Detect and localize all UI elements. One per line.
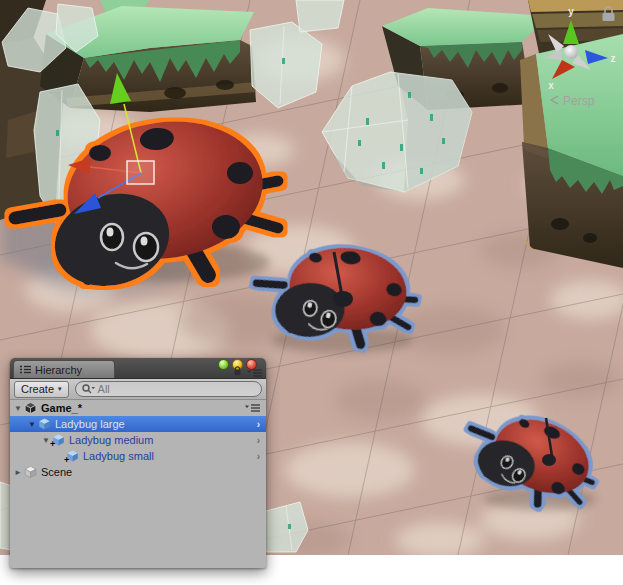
row-label: Ladybug small [83,450,154,462]
row-label: Scene [41,466,72,478]
gizmo-center-square[interactable] [127,161,154,184]
prefab-added-cube-icon: + [66,450,79,462]
tree-row-ladybug-small[interactable]: + Ladybug small › [10,448,266,464]
tab-hierarchy[interactable]: Hierarchy [13,360,115,378]
projection-label[interactable]: Persp [563,94,595,108]
tree-row-game[interactable]: ▼ Game_* [10,400,266,416]
panel-menu-icon[interactable] [247,367,262,379]
prefab-added-cube-icon: + [52,434,65,446]
gizmo-z-label: z [611,53,616,64]
show-children-chevron-icon[interactable]: › [257,451,260,462]
unity-scene-icon [24,402,37,414]
window-button-green[interactable] [218,359,229,370]
show-children-chevron-icon[interactable]: › [257,419,260,430]
prefab-cube-icon [38,418,51,430]
plus-badge-icon: + [64,456,69,465]
row-label: Ladybug large [55,418,125,430]
search-filter-label: All [98,383,110,395]
panel-lock-icon[interactable] [233,366,242,378]
scene-options-icon[interactable] [245,404,260,412]
create-button[interactable]: Create ▾ [14,381,69,398]
row-label: Game_* [41,402,82,414]
expander-expanded-icon[interactable]: ▼ [26,420,38,429]
hierarchy-panel[interactable]: Hierarchy Create ▾ [10,358,266,568]
hierarchy-list-icon [20,365,31,374]
search-input[interactable]: All [75,381,262,397]
gizmo-center-ball[interactable] [564,45,578,59]
tree-row-scene[interactable]: ► Scene [10,464,266,480]
hierarchy-toolbar: Create ▾ All [10,379,266,400]
gizmo-y-label: y [568,6,574,17]
hierarchy-tree: ▼ Game_* ▼ [10,400,266,480]
hierarchy-tabbar: Hierarchy [10,358,266,379]
unity-editor-screenshot: y z x Persp Hierarchy [0,0,623,585]
show-children-chevron-icon[interactable]: › [257,435,260,446]
row-label: Ladybug medium [69,434,153,446]
expander-collapsed-icon[interactable]: ► [12,468,24,477]
tree-row-ladybug-large[interactable]: ▼ Ladybug large › [10,416,266,432]
gray-cube-icon [24,466,37,478]
tab-hierarchy-label: Hierarchy [35,364,82,376]
chevron-down-icon: ▾ [58,385,62,393]
search-icon [81,383,96,395]
plus-badge-icon: + [50,440,55,449]
tree-row-ladybug-medium[interactable]: ▼ + Ladybug medium › [10,432,266,448]
expander-expanded-icon[interactable]: ▼ [12,404,24,413]
gizmo-x-label: x [548,80,554,91]
